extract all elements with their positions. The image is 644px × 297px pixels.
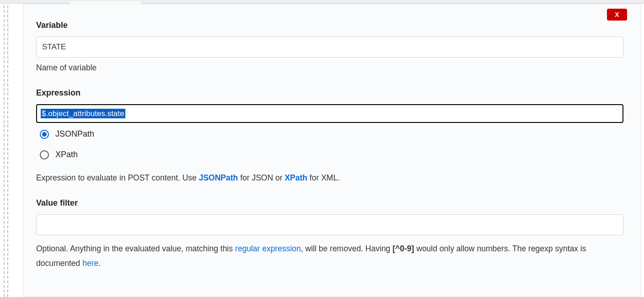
radio-jsonpath-label: JSONPath (55, 129, 94, 139)
value-filter-input[interactable] (36, 214, 623, 235)
value-filter-help: Optional. Anything in the evaluated valu… (36, 242, 623, 270)
regex-link[interactable]: regular expression (235, 244, 301, 253)
expr-help-post: for XML. (307, 173, 340, 182)
config-panel: X Variable Name of variable Expression $… (23, 4, 641, 297)
expression-help: Expression to evaluate in POST content. … (36, 173, 623, 183)
expr-help-mid: for JSON or (238, 173, 284, 182)
expression-type-group: JSONPath XPath (36, 129, 623, 159)
radio-icon-selected (40, 130, 49, 139)
expression-label: Expression (36, 88, 623, 98)
jsonpath-link[interactable]: JSONPath (199, 173, 238, 182)
value-filter-label: Value filter (36, 198, 623, 208)
variable-input[interactable] (36, 37, 623, 58)
radio-xpath[interactable]: XPath (40, 150, 623, 159)
expression-value-selected: $.object_attributes.state (41, 109, 125, 118)
variable-help: Name of variable (36, 63, 623, 73)
vf-help-mid1: , will be removed. Having (301, 244, 392, 253)
variable-label: Variable (36, 21, 623, 30)
vf-code: [^0-9] (392, 244, 414, 253)
here-link[interactable]: here (82, 259, 98, 268)
close-label: X (615, 11, 619, 18)
radio-jsonpath[interactable]: JSONPath (40, 129, 623, 139)
vf-help-post: . (98, 259, 101, 268)
expr-help-pre: Expression to evaluate in POST content. … (36, 173, 199, 182)
radio-icon (40, 150, 49, 159)
radio-xpath-label: XPath (55, 150, 78, 159)
xpath-link[interactable]: XPath (284, 173, 307, 182)
expression-input[interactable]: $.object_attributes.state (36, 104, 623, 123)
vf-help-pre: Optional. Anything in the evaluated valu… (36, 244, 235, 253)
close-button[interactable]: X (607, 9, 627, 21)
tree-gutter (0, 4, 10, 297)
